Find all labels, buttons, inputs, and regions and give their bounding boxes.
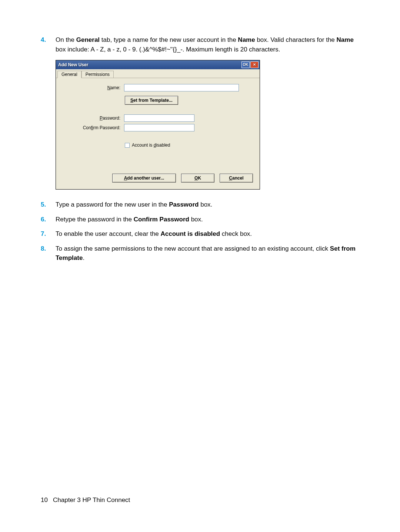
step-number: 6. bbox=[41, 215, 56, 224]
account-disabled-checkbox[interactable] bbox=[125, 143, 130, 148]
step-text: Retype the password in the Confirm Passw… bbox=[56, 215, 203, 224]
account-disabled-row: Account is disabled bbox=[125, 143, 254, 148]
set-from-template-button[interactable]: Set from Template... bbox=[125, 96, 178, 105]
step-7: 7. To enable the user account, clear the… bbox=[41, 229, 359, 239]
account-disabled-label: Account is disabled bbox=[132, 143, 170, 148]
cancel-button[interactable]: Cancel bbox=[220, 174, 253, 183]
close-icon: ✕ bbox=[253, 63, 256, 67]
step-number: 7. bbox=[41, 229, 56, 239]
ok-button[interactable]: OK bbox=[181, 174, 214, 183]
confirm-password-label: Confirm Password: bbox=[61, 125, 124, 130]
step-6: 6. Retype the password in the Confirm Pa… bbox=[41, 215, 359, 224]
tab-permissions[interactable]: Permissions bbox=[81, 71, 114, 78]
confirm-password-input[interactable] bbox=[124, 124, 194, 131]
step-text: To enable the user account, clear the Ac… bbox=[56, 229, 252, 239]
tab-general[interactable]: General bbox=[57, 71, 81, 78]
dialog-body: Name: Set from Template... Password: Con… bbox=[56, 78, 260, 189]
step-text: Type a password for the new user in the … bbox=[56, 200, 212, 210]
step-number: 5. bbox=[41, 200, 56, 210]
tab-strip: General Permissions bbox=[56, 69, 260, 78]
titlebar-close-button[interactable]: ✕ bbox=[250, 61, 259, 68]
add-another-user-button[interactable]: Add another user... bbox=[112, 174, 176, 183]
step-8: 8. To assign the same permissions to the… bbox=[41, 244, 359, 263]
name-label: Name: bbox=[61, 85, 124, 90]
page-footer: 10 Chapter 3 HP Thin Connect bbox=[41, 496, 130, 504]
titlebar-ok-button[interactable]: OK bbox=[241, 61, 250, 68]
password-label: Password: bbox=[61, 116, 124, 121]
dialog-titlebar: Add New User OK ✕ bbox=[56, 60, 260, 69]
step-text: On the General tab, type a name for the … bbox=[56, 35, 359, 54]
step-5: 5. Type a password for the new user in t… bbox=[41, 200, 359, 210]
dialog-title: Add New User bbox=[58, 62, 88, 67]
password-input[interactable] bbox=[124, 114, 194, 122]
chapter-title: Chapter 3 HP Thin Connect bbox=[53, 496, 130, 503]
page-number: 10 bbox=[41, 496, 48, 503]
step-number: 8. bbox=[41, 244, 56, 263]
add-new-user-dialog: Add New User OK ✕ General Permissions Na… bbox=[56, 60, 260, 190]
step-text: To assign the same permissions to the ne… bbox=[56, 244, 359, 263]
step-4: 4. On the General tab, type a name for t… bbox=[41, 35, 359, 54]
name-input[interactable] bbox=[124, 84, 239, 91]
step-number: 4. bbox=[41, 35, 56, 54]
